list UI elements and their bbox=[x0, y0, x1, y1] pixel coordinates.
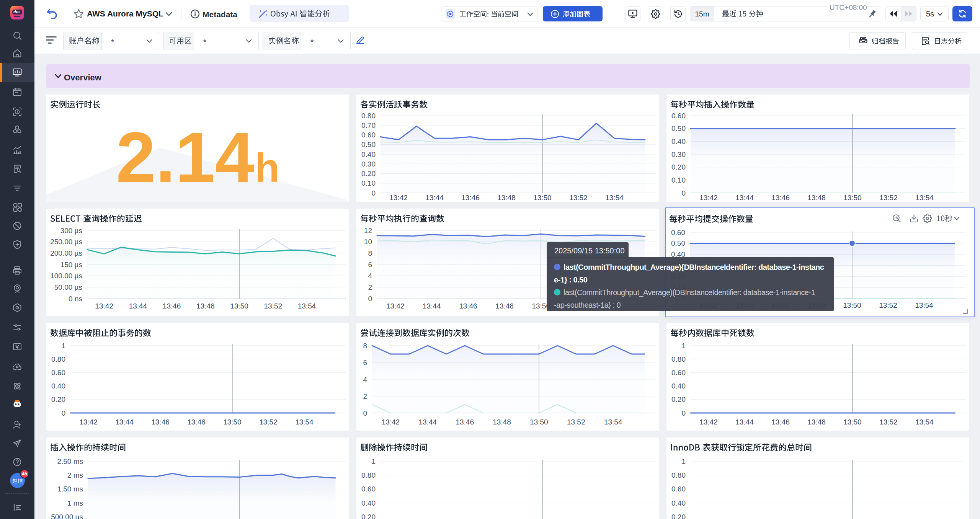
svg-text:13:42: 13:42 bbox=[382, 418, 400, 426]
svg-text:13:52: 13:52 bbox=[259, 418, 278, 426]
svg-text:13:44: 13:44 bbox=[425, 194, 444, 202]
svg-text:0.80: 0.80 bbox=[361, 471, 376, 479]
svg-text:1.50 ms: 1.50 ms bbox=[57, 485, 83, 493]
svg-text:13:52: 13:52 bbox=[879, 301, 897, 309]
svg-text:0: 0 bbox=[681, 409, 686, 417]
svg-text:0.20: 0.20 bbox=[51, 395, 65, 403]
svg-text:0.80: 0.80 bbox=[671, 355, 686, 363]
svg-text:13:54: 13:54 bbox=[298, 302, 316, 310]
svg-text:13:42: 13:42 bbox=[389, 194, 408, 202]
svg-text:0.20: 0.20 bbox=[671, 513, 686, 519]
svg-text:0.10: 0.10 bbox=[361, 179, 376, 187]
svg-text:0.60: 0.60 bbox=[671, 112, 686, 120]
svg-text:1 ms: 1 ms bbox=[67, 499, 83, 507]
svg-text:13:42: 13:42 bbox=[699, 418, 718, 426]
svg-text:0.40: 0.40 bbox=[671, 382, 686, 390]
svg-text:13:50: 13:50 bbox=[843, 301, 861, 309]
svg-text:13:46: 13:46 bbox=[459, 302, 477, 310]
svg-text:13:46: 13:46 bbox=[151, 418, 170, 426]
svg-text:12: 12 bbox=[364, 227, 372, 235]
svg-text:13:46: 13:46 bbox=[456, 418, 474, 426]
svg-text:0: 0 bbox=[371, 189, 376, 197]
svg-text:13:42: 13:42 bbox=[79, 418, 98, 426]
svg-text:13:44: 13:44 bbox=[419, 418, 437, 426]
svg-text:0.40: 0.40 bbox=[671, 499, 686, 507]
svg-text:13:50: 13:50 bbox=[843, 418, 862, 426]
svg-text:0.60: 0.60 bbox=[671, 228, 685, 237]
svg-text:13:50: 13:50 bbox=[843, 194, 862, 202]
svg-text:0: 0 bbox=[681, 189, 686, 197]
svg-text:0: 0 bbox=[61, 409, 65, 417]
svg-text:0.50: 0.50 bbox=[671, 124, 686, 132]
svg-text:0.30: 0.30 bbox=[361, 160, 376, 168]
svg-text:2.50 ms: 2.50 ms bbox=[57, 457, 83, 465]
svg-text:13:44: 13:44 bbox=[129, 302, 147, 310]
svg-text:13:50: 13:50 bbox=[533, 194, 552, 202]
svg-text:13:48: 13:48 bbox=[196, 302, 215, 310]
svg-text:13:48: 13:48 bbox=[495, 302, 514, 310]
svg-text:0.30: 0.30 bbox=[671, 150, 686, 158]
svg-text:0.70: 0.70 bbox=[361, 121, 376, 129]
svg-text:2 ms: 2 ms bbox=[67, 471, 83, 479]
svg-text:13:48: 13:48 bbox=[493, 418, 511, 426]
svg-text:200.00 µs: 200.00 µs bbox=[50, 249, 82, 257]
svg-text:100.00 µs: 100.00 µs bbox=[50, 272, 82, 280]
svg-text:250.00 µs: 250.00 µs bbox=[50, 238, 82, 246]
svg-text:150 µs: 150 µs bbox=[60, 261, 82, 269]
svg-text:13:50: 13:50 bbox=[530, 418, 548, 426]
svg-text:13:54: 13:54 bbox=[295, 418, 314, 426]
svg-text:6: 6 bbox=[363, 359, 367, 367]
svg-text:13:44: 13:44 bbox=[115, 418, 134, 426]
svg-text:13:48: 13:48 bbox=[187, 418, 206, 426]
svg-text:13:42: 13:42 bbox=[386, 302, 405, 310]
svg-text:13:54: 13:54 bbox=[605, 194, 624, 202]
svg-text:1: 1 bbox=[371, 457, 376, 465]
svg-text:0: 0 bbox=[368, 295, 372, 303]
svg-text:13:48: 13:48 bbox=[807, 418, 826, 426]
svg-text:4: 4 bbox=[363, 375, 367, 384]
svg-text:0.20: 0.20 bbox=[361, 170, 376, 178]
svg-text:50.00 µs: 50.00 µs bbox=[54, 283, 82, 291]
svg-text:0.80: 0.80 bbox=[51, 355, 65, 363]
svg-text:8: 8 bbox=[368, 249, 372, 257]
svg-text:0 ns: 0 ns bbox=[69, 295, 82, 303]
svg-text:6: 6 bbox=[368, 261, 372, 269]
svg-text:10: 10 bbox=[364, 238, 372, 246]
svg-text:0.10: 0.10 bbox=[671, 176, 686, 184]
svg-text:13:50: 13:50 bbox=[223, 418, 242, 426]
svg-text:13:46: 13:46 bbox=[771, 194, 790, 202]
svg-text:2: 2 bbox=[363, 392, 367, 400]
svg-text:0.50: 0.50 bbox=[671, 239, 685, 247]
svg-text:0.40: 0.40 bbox=[671, 137, 686, 145]
svg-text:0.80: 0.80 bbox=[361, 112, 376, 120]
svg-text:0.50: 0.50 bbox=[361, 140, 376, 149]
svg-text:0.60: 0.60 bbox=[361, 485, 376, 493]
svg-text:13:54: 13:54 bbox=[915, 194, 934, 202]
svg-text:13:52: 13:52 bbox=[879, 418, 898, 426]
svg-text:0.60: 0.60 bbox=[671, 485, 686, 493]
svg-text:0.20: 0.20 bbox=[671, 163, 686, 171]
svg-text:0.40: 0.40 bbox=[361, 499, 376, 507]
svg-text:0.80: 0.80 bbox=[671, 471, 686, 479]
svg-text:8: 8 bbox=[363, 342, 367, 350]
svg-text:13:44: 13:44 bbox=[735, 418, 754, 426]
svg-text:500.00 µs: 500.00 µs bbox=[51, 513, 83, 519]
svg-text:0.60: 0.60 bbox=[51, 369, 65, 377]
svg-text:13:48: 13:48 bbox=[807, 194, 826, 202]
svg-text:13:44: 13:44 bbox=[735, 194, 754, 202]
svg-text:13:46: 13:46 bbox=[771, 418, 790, 426]
svg-text:13:42: 13:42 bbox=[699, 194, 718, 202]
svg-text:300 µs: 300 µs bbox=[60, 227, 82, 235]
svg-text:13:52: 13:52 bbox=[569, 194, 588, 202]
svg-text:13:54: 13:54 bbox=[915, 301, 933, 309]
svg-text:13:42: 13:42 bbox=[95, 302, 113, 310]
svg-text:13:54: 13:54 bbox=[915, 418, 934, 426]
svg-text:1: 1 bbox=[681, 342, 686, 350]
svg-text:2: 2 bbox=[368, 283, 372, 291]
svg-text:13:46: 13:46 bbox=[163, 302, 181, 310]
svg-text:0.60: 0.60 bbox=[671, 369, 686, 377]
svg-text:4: 4 bbox=[368, 272, 372, 280]
svg-text:0.20: 0.20 bbox=[671, 395, 686, 403]
svg-text:13:46: 13:46 bbox=[461, 194, 480, 202]
svg-text:0.40: 0.40 bbox=[361, 150, 376, 158]
